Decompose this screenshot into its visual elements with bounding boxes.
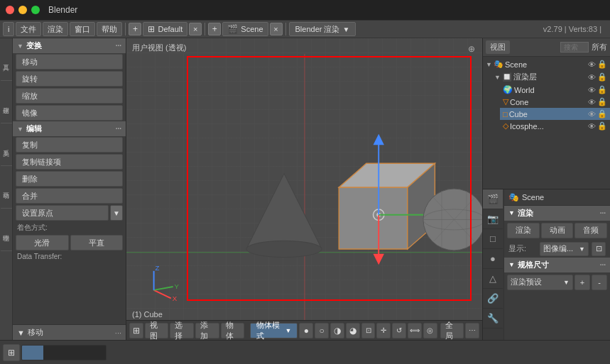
snap-icon[interactable]: ⊡ [361,323,376,338]
outliner-all-tab[interactable]: 所有 [592,42,607,53]
set-origin-button[interactable]: 设置原点 [16,205,109,221]
object-mode-button[interactable]: 物体模式 ▼ [250,323,298,338]
render-props-tab[interactable]: 📷 [483,209,503,229]
scene-visibility-icon[interactable]: 👁 [588,60,596,69]
rotate-button[interactable]: 旋转 [16,71,123,87]
left-tab-3[interactable]: 关系 [1,123,12,166]
outliner-world-row[interactable]: 🌍 World 👁 🔒 [500,84,610,96]
scene-lock-icon[interactable]: 🔒 [597,60,607,69]
material-mode-icon[interactable]: ◕ [346,323,360,338]
display-dropdown[interactable]: 图像编... ▼ [540,242,589,256]
outliner-cube-row[interactable]: □ Cube 👁 🔒 [500,108,610,120]
outliner-renderlayer-row[interactable]: ▼ 🔲 渲染层 👁 🔒 [491,70,610,84]
layout-remove-button[interactable]: × [189,23,202,35]
left-tab-1[interactable]: 工具 [1,38,12,81]
join-button[interactable]: 合并 [16,188,123,204]
object-props-tab[interactable]: □ [483,229,503,249]
viewport-more-icon[interactable]: ⋯ [465,323,479,338]
left-tab-5[interactable]: 物理 [1,209,12,251]
display-value: 图像编... [543,243,573,254]
animation-button[interactable]: 动画 [541,223,574,238]
move-button[interactable]: 移动 [16,54,123,70]
viewport-object-btn[interactable]: 物体 [221,323,245,338]
rendered-mode-icon[interactable]: ◑ [330,323,344,338]
sound-button[interactable]: 音频 [574,223,607,238]
duplicate-button[interactable]: 复制 [16,137,123,153]
scene-remove-button[interactable]: × [270,23,283,35]
viewport-view-icon[interactable]: ⊞ [129,323,143,338]
smooth-button[interactable]: 光滑 [16,235,69,250]
material-props-tab[interactable]: ● [483,249,503,269]
viewport-options-icon[interactable]: ⊕ [467,44,476,54]
left-tab-2[interactable]: 创建 [1,81,12,123]
render-presets-dropdown[interactable]: 渲染预设 ▼ [507,275,573,290]
maximize-button[interactable] [31,6,40,14]
render-menu[interactable]: 渲染 [43,22,68,36]
icosphere-lock-icon[interactable]: 🔒 [597,121,607,131]
layout-selector[interactable]: ⊞ Default [143,22,187,36]
scene-selector[interactable]: 🎬 Scene [222,22,268,36]
render-section-header[interactable]: ▼ 渲染 ··· [504,206,610,221]
scene-props-tab[interactable]: 🎬 [483,189,503,209]
outliner-view-tab[interactable]: 视图 [486,40,510,54]
render-presets-arrow: ▼ [563,279,570,286]
object-mode-label: 物体模式 [256,320,283,341]
viewport-add-btn[interactable]: 添加 [195,323,219,338]
edit-section-header[interactable]: ▼ 编辑 ··· [13,121,126,136]
outliner-cone-row[interactable]: ▽ Cone 👁 🔒 [500,96,610,108]
data-props-tab[interactable]: △ [483,269,503,289]
viewport-view-btn[interactable]: 视图 [145,323,169,338]
transform-section-header[interactable]: ▼ 变换 ··· [13,38,126,53]
mirror-button[interactable]: 镜像 [16,105,123,121]
flat-button[interactable]: 平直 [70,235,124,250]
icosphere-visibility-icon[interactable]: 👁 [588,122,596,131]
cube-lock-icon[interactable]: 🔒 [597,109,607,118]
duplicate-linked-button[interactable]: 复制链接项 [16,154,123,170]
world-visibility-icon[interactable]: 👁 [588,86,596,94]
outliner-icosphere-row[interactable]: ◇ Icosphe... 👁 🔒 [500,120,610,132]
menubar: i 文件 渲染 窗口 帮助 + ⊞ Default × + 🎬 Scene × … [0,20,610,38]
outliner-search-input[interactable] [560,42,589,53]
minimize-button[interactable] [18,6,27,14]
info-menu[interactable]: i [3,22,14,36]
solid-mode-icon[interactable]: ● [299,323,313,338]
close-button[interactable] [6,6,14,14]
svg-marker-2 [246,174,322,249]
help-menu[interactable]: 帮助 [97,22,122,36]
cone-lock-icon[interactable]: 🔒 [597,97,607,106]
viewport[interactable]: 用户视图 (透视) ⊕ [126,38,482,340]
render-engine-selector[interactable]: Blender 渲染 ▼ [289,22,356,36]
display-more-icon[interactable]: ⊡ [592,242,606,256]
prop-edit-icon[interactable]: ◎ [423,323,437,338]
render-button[interactable]: 渲染 [507,223,540,238]
set-origin-arrow[interactable]: ▼ [110,205,123,221]
constraints-tab[interactable]: 🔗 [483,289,503,309]
layout-add-button[interactable]: + [129,23,141,35]
outliner-scene-row[interactable]: ▼ 🎭 Scene 👁 🔒 [483,58,610,70]
cone-visibility-icon[interactable]: 👁 [588,98,596,106]
viewport-select-btn[interactable]: 选择 [170,323,194,338]
scale-manipulator-icon[interactable]: ⟺ [408,323,422,338]
global-button[interactable]: 全局 [440,323,464,338]
renderlayer-lock-icon[interactable]: 🔒 [597,72,607,82]
dimensions-section-header[interactable]: ▼ 规格尺寸 ··· [504,258,610,272]
window-menu[interactable]: 窗口 [70,22,95,36]
rotate-manipulator-icon[interactable]: ↺ [392,323,406,338]
timeline-area[interactable] [21,345,107,360]
scene-add-button[interactable]: + [208,23,221,35]
timeline-view-icon[interactable]: ⊞ [3,344,20,361]
left-tab-4[interactable]: 动画 [1,166,12,209]
divider-2 [205,23,205,35]
renderlayer-visibility-icon[interactable]: 👁 [588,73,596,82]
modifiers-tab[interactable]: 🔧 [483,309,503,329]
wireframe-mode-icon[interactable]: ○ [315,323,329,338]
world-lock-icon[interactable]: 🔒 [597,85,607,94]
delete-button[interactable]: 删除 [16,171,123,187]
transform-manipulator-icon[interactable]: ✛ [376,323,391,338]
presets-remove-icon[interactable]: - [592,275,607,290]
left-tab-strip: 工具 创建 关系 动画 物理 [0,38,13,340]
scale-button[interactable]: 缩放 [16,88,123,104]
file-menu[interactable]: 文件 [16,22,41,36]
cube-visibility-icon[interactable]: 👁 [588,110,596,118]
presets-add-icon[interactable]: + [574,275,590,290]
